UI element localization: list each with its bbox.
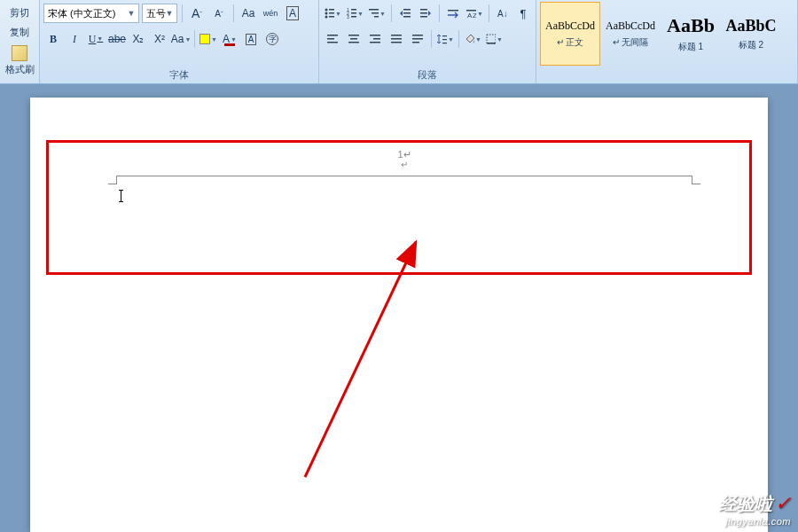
- borders-button[interactable]: ▼: [484, 29, 504, 49]
- font-group: 宋体 (中文正文) ▼ 五号 ▼ Aˆ Aˇ Aa wén A B I U▼ a…: [40, 0, 319, 83]
- svg-rect-17: [403, 16, 411, 18]
- copy-button[interactable]: 复制: [0, 23, 39, 41]
- italic-button[interactable]: I: [65, 29, 84, 49]
- font-color-button[interactable]: A▼: [220, 29, 239, 49]
- ltr-button[interactable]: [444, 4, 462, 23]
- svg-rect-29: [350, 38, 357, 40]
- font-size-combo[interactable]: 五号 ▼: [142, 4, 177, 23]
- chevron-down-icon: ▼: [184, 36, 191, 43]
- ribbon: 剪切 复制 格式刷 宋体 (中文正文) ▼ 五号 ▼ Aˆ Aˇ Aa wén …: [0, 0, 798, 84]
- svg-rect-28: [348, 35, 359, 36]
- style-heading-2[interactable]: AaBbC 标题 2: [721, 2, 781, 66]
- svg-rect-40: [442, 35, 447, 36]
- char-border-button[interactable]: A: [283, 4, 302, 23]
- svg-rect-3: [329, 12, 334, 14]
- styles-group: AaBbCcDd ↵ 正文 AaBbCcDd ↵ 无间隔 AaBb 标题 1 A…: [536, 0, 798, 83]
- clipboard-group: 剪切 复制 格式刷: [0, 0, 40, 83]
- svg-rect-37: [412, 35, 423, 36]
- phonetic-guide-button[interactable]: wén: [261, 4, 280, 23]
- svg-rect-36: [391, 42, 402, 43]
- change-case-button[interactable]: Aa▼: [171, 29, 191, 49]
- strikethrough-button[interactable]: abe: [107, 29, 127, 49]
- shading-button[interactable]: ▼: [463, 29, 482, 49]
- color-bar-icon: [224, 43, 235, 46]
- svg-rect-18: [420, 9, 427, 11]
- svg-rect-5: [329, 16, 334, 18]
- svg-rect-44: [487, 35, 496, 43]
- chevron-down-icon: ▼: [477, 11, 483, 17]
- svg-rect-41: [442, 39, 447, 40]
- format-painter-label: 格式刷: [5, 63, 35, 76]
- bullets-button[interactable]: ▼: [323, 4, 342, 23]
- enclose-char-button[interactable]: 字: [262, 29, 282, 49]
- watermark: 经验啦 ✓ jingyanla.com: [719, 492, 791, 527]
- ltr-icon: [447, 7, 459, 20]
- style-no-spacing[interactable]: AaBbCcDd ↵ 无间隔: [600, 2, 661, 66]
- clear-formatting-button[interactable]: Aa: [239, 4, 258, 23]
- align-justify-button[interactable]: [387, 29, 406, 49]
- align-left-button[interactable]: [323, 29, 342, 49]
- chevron-down-icon: ▼: [164, 9, 175, 18]
- svg-line-46: [305, 242, 416, 477]
- chevron-down-icon: ▼: [97, 35, 103, 43]
- increase-indent-button[interactable]: [417, 4, 434, 23]
- borders-icon: [485, 33, 496, 45]
- align-center-icon: [348, 33, 360, 45]
- chevron-down-icon: ▼: [379, 11, 386, 17]
- chevron-down-icon: ▼: [475, 36, 481, 43]
- highlight-button[interactable]: ▼: [199, 29, 218, 49]
- char-shading-button[interactable]: A: [241, 29, 261, 49]
- svg-rect-33: [370, 42, 380, 43]
- svg-rect-39: [412, 42, 419, 43]
- decrease-indent-button[interactable]: [396, 4, 414, 23]
- svg-point-2: [325, 12, 328, 15]
- svg-rect-12: [369, 9, 379, 11]
- svg-rect-11: [351, 16, 356, 18]
- font-name-combo[interactable]: 宋体 (中文正文) ▼: [43, 4, 139, 23]
- subscript-button[interactable]: X₂: [129, 29, 148, 49]
- svg-rect-16: [403, 12, 411, 14]
- text-cursor: [121, 190, 121, 202]
- separator: [391, 4, 392, 22]
- style-normal[interactable]: AaBbCcDd ↵ 正文: [540, 2, 600, 66]
- underline-button[interactable]: U▼: [86, 29, 106, 49]
- svg-rect-34: [391, 35, 402, 36]
- svg-rect-42: [442, 43, 447, 43]
- cut-button[interactable]: 剪切: [0, 4, 39, 21]
- document-page[interactable]: 1↵ ↵: [30, 98, 768, 532]
- superscript-button[interactable]: X²: [150, 29, 169, 49]
- format-painter-button[interactable]: 格式刷: [0, 43, 39, 78]
- chevron-down-icon: ▼: [448, 36, 454, 43]
- style-heading-1[interactable]: AaBb 标题 1: [661, 2, 721, 66]
- separator: [431, 30, 432, 48]
- chevron-down-icon: ▼: [357, 11, 364, 17]
- separator: [233, 4, 234, 22]
- line-spacing-button[interactable]: ▼: [435, 29, 455, 49]
- header-boundary-right: [692, 176, 700, 184]
- shrink-font-button[interactable]: Aˇ: [209, 4, 229, 23]
- svg-rect-26: [327, 38, 334, 40]
- document-area: 1↵ ↵: [0, 84, 798, 532]
- svg-point-4: [325, 16, 328, 19]
- multilevel-list-button[interactable]: ▼: [367, 4, 387, 23]
- sort-button[interactable]: A↓: [494, 4, 512, 23]
- chevron-down-icon: ▼: [231, 36, 237, 43]
- rtl-button[interactable]: AZ▼: [465, 4, 484, 23]
- align-distribute-button[interactable]: [408, 29, 427, 49]
- header-boundary-left: [108, 176, 117, 184]
- show-marks-button[interactable]: ¶: [514, 4, 532, 23]
- separator: [439, 4, 440, 22]
- align-right-button[interactable]: [365, 29, 385, 49]
- font-group-title: 字体: [40, 68, 318, 82]
- svg-point-0: [325, 9, 328, 12]
- separator: [458, 30, 459, 48]
- svg-rect-7: [351, 9, 356, 11]
- svg-text:Z: Z: [473, 12, 476, 20]
- line-spacing-icon: [436, 33, 447, 45]
- align-center-button[interactable]: [344, 29, 364, 49]
- paragraph-group-title: 段落: [319, 68, 536, 82]
- header-region[interactable]: 1↵ ↵: [117, 149, 692, 192]
- grow-font-button[interactable]: Aˆ: [187, 4, 207, 23]
- bold-button[interactable]: B: [43, 29, 63, 49]
- numbering-button[interactable]: 123▼: [345, 4, 364, 23]
